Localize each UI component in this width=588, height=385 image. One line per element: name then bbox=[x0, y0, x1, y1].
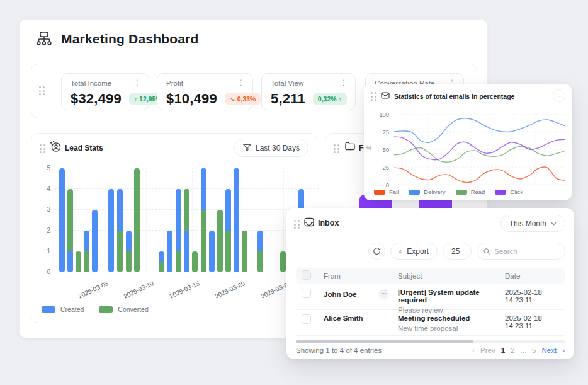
search-input[interactable] bbox=[494, 248, 558, 255]
legend-swatch bbox=[374, 190, 385, 195]
leads-icon bbox=[50, 141, 62, 152]
bar-segment bbox=[257, 251, 263, 272]
lead-stats-card: Lead Stats Last 30 Days 0123452025-03-05… bbox=[31, 133, 317, 323]
stat-card-label: Total View bbox=[271, 79, 303, 87]
drag-handle-icon[interactable] bbox=[371, 92, 376, 101]
search-box bbox=[477, 243, 565, 260]
table-row[interactable]: John Doe⋯[Urgent] System update required… bbox=[296, 284, 565, 310]
drag-handle-icon[interactable] bbox=[334, 144, 339, 153]
row-menu-icon[interactable]: ⋯ bbox=[378, 289, 389, 299]
y-axis-tick: 5 bbox=[37, 164, 50, 171]
envelope-icon bbox=[381, 92, 390, 99]
subject-text: [Urgent] System update required bbox=[398, 289, 505, 304]
y-axis-tick: 0 bbox=[373, 181, 389, 188]
stat-card-value: $32,499 bbox=[71, 91, 122, 107]
stat-card-menu-icon[interactable]: ⋮ bbox=[237, 79, 245, 86]
page-size-value: 25 bbox=[451, 247, 460, 256]
email-chart-y-label: % bbox=[366, 144, 371, 151]
bar-segment bbox=[225, 189, 231, 231]
sender-name: Alice Smith bbox=[324, 314, 363, 322]
chart-bar bbox=[167, 231, 172, 272]
legend-label: Read bbox=[471, 188, 485, 195]
page-size-dropdown[interactable]: 25 bbox=[443, 243, 472, 260]
bar-segment bbox=[167, 231, 172, 272]
export-button[interactable]: Export bbox=[390, 243, 438, 260]
table-body: John Doe⋯[Urgent] System update required… bbox=[296, 284, 565, 336]
email-stats-card: Statistics of total emails in percentage… bbox=[364, 84, 572, 200]
next-chevron-icon[interactable]: › bbox=[562, 347, 565, 354]
table-header-row: FromSubjectDate bbox=[296, 268, 565, 284]
bar-segment bbox=[67, 189, 73, 251]
stat-card-menu-icon[interactable]: ⋮ bbox=[340, 79, 348, 86]
legend-label: Fail bbox=[389, 188, 399, 195]
bar-segment bbox=[126, 231, 132, 251]
horizontal-scrollbar[interactable] bbox=[296, 340, 565, 343]
date-cell: 2025-02-18 14:23:11 bbox=[505, 289, 565, 304]
legend-swatch bbox=[42, 306, 55, 313]
next-button[interactable]: Next bbox=[542, 347, 557, 354]
bar-segment bbox=[184, 231, 189, 272]
email-stats-title: Statistics of total emails in percentage bbox=[394, 93, 514, 100]
subject-cell: [Urgent] System update requiredPlease re… bbox=[398, 289, 505, 314]
chart-bar bbox=[280, 251, 286, 272]
date-range-filter-button[interactable]: Last 30 Days bbox=[234, 139, 308, 157]
stat-card-menu-icon[interactable]: ⋮ bbox=[133, 79, 141, 86]
y-axis-tick: 75 bbox=[373, 129, 389, 135]
stat-card-value: $10,499 bbox=[166, 91, 217, 107]
lead-stats-legend: CreatedConverted bbox=[42, 306, 149, 313]
inbox-title: Inbox bbox=[318, 219, 339, 227]
subject-cell: Meeting rescheduledNew time proposal bbox=[398, 314, 505, 332]
chart-bar bbox=[117, 189, 123, 272]
bar-segment bbox=[201, 168, 206, 210]
bar-segment bbox=[59, 168, 65, 272]
y-axis-tick: 3 bbox=[37, 206, 50, 213]
legend-item: Click bbox=[495, 188, 523, 195]
lead-stats-chart: 0123452025-03-052025-03-102025-03-152025… bbox=[54, 168, 319, 272]
stat-card: Total View⋮5,2110,32% ↑ bbox=[261, 73, 356, 110]
x-axis-tick: 2025-03-20 bbox=[214, 280, 246, 300]
chart-bar bbox=[84, 231, 89, 272]
page-number[interactable]: ... bbox=[521, 347, 527, 354]
legend-label: Delivery bbox=[424, 188, 445, 195]
page-number[interactable]: 5 bbox=[532, 347, 536, 354]
page-number[interactable]: 2 bbox=[511, 347, 514, 354]
prev-chevron-icon[interactable]: ‹ bbox=[472, 347, 475, 354]
folder-icon bbox=[345, 142, 355, 151]
bar-segment bbox=[234, 168, 239, 272]
chart-bar bbox=[257, 231, 263, 272]
chart-bar bbox=[217, 210, 223, 272]
stat-card: Total Income⋮$32,499↑ 12,95% bbox=[61, 73, 149, 110]
legend-label: Click bbox=[510, 188, 523, 195]
chart-bar bbox=[192, 251, 198, 272]
line-series-fail bbox=[394, 167, 565, 183]
line-series-delivery bbox=[394, 118, 565, 143]
chart-bar bbox=[184, 189, 189, 272]
pagination: ‹Prev12...5Next› bbox=[472, 347, 565, 354]
legend-swatch bbox=[495, 190, 506, 195]
bar-segment bbox=[159, 251, 164, 262]
refresh-button[interactable] bbox=[368, 243, 385, 260]
y-axis-tick: 0 bbox=[37, 268, 50, 275]
drag-handle-icon[interactable] bbox=[39, 86, 45, 95]
inbox-table: FromSubjectDate John Doe⋯[Urgent] System… bbox=[296, 268, 565, 336]
prev-button[interactable]: Prev bbox=[480, 347, 495, 354]
bar-segment bbox=[176, 251, 181, 272]
select-all-checkbox[interactable] bbox=[302, 270, 311, 280]
more-options-icon[interactable]: ⋯ bbox=[553, 89, 565, 102]
line-series-read bbox=[394, 146, 565, 162]
dashboard-header: Marketing Dashboard bbox=[36, 31, 199, 47]
row-checkbox[interactable] bbox=[302, 289, 311, 298]
legend-item: Fail bbox=[374, 188, 399, 195]
scrollbar-thumb[interactable] bbox=[296, 340, 473, 343]
drag-handle-icon[interactable] bbox=[294, 220, 300, 229]
chevron-down-icon bbox=[551, 222, 557, 226]
bar-segment bbox=[67, 251, 73, 272]
table-row[interactable]: Alice SmithMeeting rescheduledNew time p… bbox=[296, 310, 565, 336]
row-checkbox[interactable] bbox=[302, 314, 311, 324]
inbox-footer: Showing 1 to 4 of 4 entries ‹Prev12...5N… bbox=[296, 347, 565, 354]
period-dropdown[interactable]: This Month bbox=[500, 215, 565, 232]
drag-handle-icon[interactable] bbox=[40, 144, 45, 153]
y-axis-tick: 100 bbox=[373, 111, 389, 118]
page-number[interactable]: 1 bbox=[501, 347, 505, 354]
legend-swatch bbox=[456, 190, 467, 195]
